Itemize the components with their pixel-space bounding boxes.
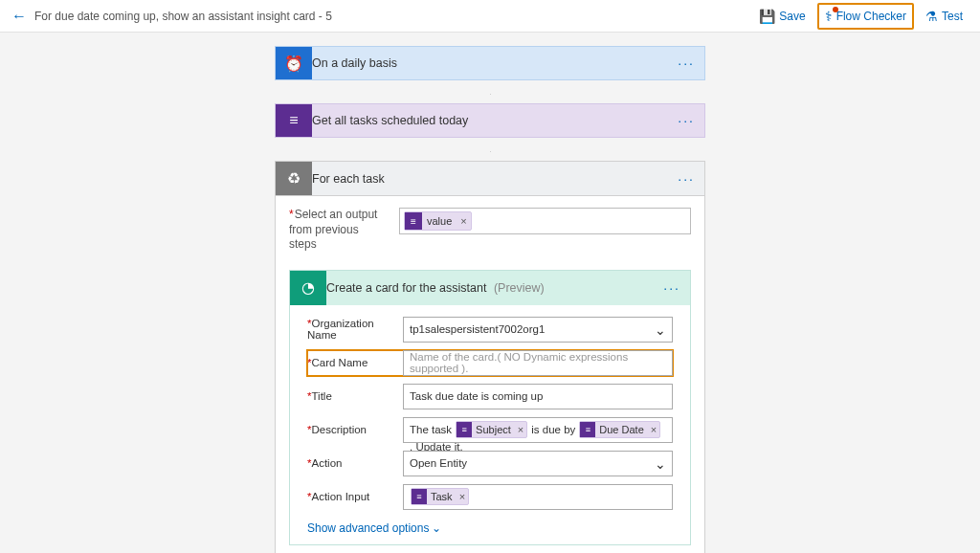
- save-label: Save: [779, 10, 805, 23]
- step-create-card: ◔ Create a card for the assistant (Previ…: [289, 270, 691, 545]
- test-button[interactable]: ⚗ Test: [920, 5, 969, 28]
- dynamics-icon: ≡: [580, 422, 595, 437]
- field-card-name: *Card Name Name of the card.( NO Dynamic…: [307, 350, 673, 376]
- step-schedule-title: On a daily basis: [312, 56, 668, 70]
- select-output-input[interactable]: ≡ value ×: [399, 208, 691, 234]
- field-org-name: *Organization Name tp1salespersistent700…: [307, 317, 673, 343]
- step-menu-button[interactable]: ···: [668, 171, 704, 187]
- step-menu-button[interactable]: ···: [654, 280, 690, 296]
- action-label: *Action: [307, 457, 403, 469]
- step-get-tasks[interactable]: ≡ Get all tasks scheduled today ···: [275, 103, 705, 138]
- step-foreach: ♻ For each task ··· *Select an output fr…: [275, 161, 705, 553]
- chip-subject[interactable]: ≡ Subject ×: [456, 421, 527, 438]
- select-output-label: *Select an output from previous steps: [289, 208, 380, 253]
- description-input[interactable]: The task ≡ Subject × is due by ≡ Due Dat…: [403, 417, 673, 443]
- connector-arrow: [489, 80, 491, 103]
- card-name-label: *Card Name: [307, 357, 403, 368]
- foreach-body: *Select an output from previous steps ≡ …: [276, 196, 704, 553]
- alert-dot-icon: [833, 7, 838, 12]
- top-actions: 💾 Save ⚕ Flow Checker ⚗ Test: [753, 3, 969, 30]
- dynamics-icon: ≡: [412, 489, 427, 504]
- database-icon: ≡: [276, 104, 312, 137]
- show-advanced-link[interactable]: Show advanced options ⌄: [307, 521, 441, 535]
- field-action-input: *Action Input ≡ Task ×: [307, 484, 673, 510]
- test-icon: ⚗: [925, 9, 938, 24]
- title-label: *Title: [307, 390, 403, 402]
- action-input-field[interactable]: ≡ Task ×: [403, 484, 673, 510]
- back-arrow-icon[interactable]: ←: [11, 8, 27, 25]
- field-action: *Action Open Entity ⌄: [307, 451, 673, 476]
- title-input[interactable]: Task due date is coming up: [403, 384, 673, 409]
- chevron-down-icon[interactable]: ⌄: [655, 456, 666, 472]
- clock-icon: ⏰: [276, 47, 312, 79]
- org-name-input[interactable]: tp1salespersistent7002org1 ⌄: [403, 317, 673, 343]
- close-icon[interactable]: ×: [457, 491, 468, 502]
- preview-badge: (Preview): [494, 281, 545, 295]
- chevron-down-icon[interactable]: ⌄: [655, 322, 666, 338]
- field-description: *Description The task ≡ Subject × is due…: [307, 417, 673, 443]
- step-schedule[interactable]: ⏰ On a daily basis ···: [275, 46, 705, 80]
- card-name-input[interactable]: Name of the card.( NO Dynamic expression…: [403, 350, 673, 376]
- action-input-label: *Action Input: [307, 491, 403, 502]
- step-create-card-title: Create a card for the assistant (Preview…: [326, 281, 654, 295]
- token-value[interactable]: ≡ value ×: [404, 211, 472, 231]
- test-label: Test: [942, 10, 963, 23]
- step-foreach-title: For each task: [312, 172, 668, 186]
- step-create-card-header[interactable]: ◔ Create a card for the assistant (Previ…: [290, 271, 690, 305]
- save-button[interactable]: 💾 Save: [753, 5, 811, 28]
- flow-canvas: ⏰ On a daily basis ··· ≡ Get all tasks s…: [0, 33, 980, 553]
- flow-checker-label: Flow Checker: [836, 10, 906, 23]
- page-title: For due date coming up, show an assistan…: [34, 10, 332, 23]
- chevron-down-icon: ⌄: [432, 521, 441, 535]
- create-card-body: *Organization Name tp1salespersistent700…: [290, 305, 690, 544]
- close-icon[interactable]: ×: [515, 424, 526, 435]
- step-foreach-header[interactable]: ♻ For each task ···: [276, 162, 704, 196]
- close-icon[interactable]: ×: [648, 424, 659, 435]
- chip-task[interactable]: ≡ Task ×: [411, 488, 469, 505]
- org-name-label: *Organization Name: [307, 318, 403, 341]
- top-bar: ← For due date coming up, show an assist…: [0, 0, 980, 33]
- assistant-icon: ◔: [290, 271, 326, 305]
- close-icon[interactable]: ×: [457, 215, 470, 227]
- description-label: *Description: [307, 424, 403, 435]
- step-menu-button[interactable]: ···: [668, 113, 704, 128]
- step-menu-button[interactable]: ···: [668, 55, 704, 71]
- save-icon: 💾: [759, 9, 775, 24]
- dynamics-icon: ≡: [457, 422, 472, 437]
- action-input[interactable]: Open Entity ⌄: [403, 451, 673, 476]
- connector-arrow: [489, 138, 491, 161]
- loop-icon: ♻: [276, 162, 312, 195]
- chip-duedate[interactable]: ≡ Due Date ×: [579, 421, 660, 438]
- dynamics-icon: ≡: [405, 212, 422, 230]
- select-output-row: *Select an output from previous steps ≡ …: [289, 208, 691, 253]
- field-title: *Title Task due date is coming up: [307, 384, 673, 409]
- flow-checker-icon: ⚕: [825, 9, 833, 24]
- flow-checker-button[interactable]: ⚕ Flow Checker: [817, 3, 914, 30]
- step-get-tasks-title: Get all tasks scheduled today: [312, 114, 668, 127]
